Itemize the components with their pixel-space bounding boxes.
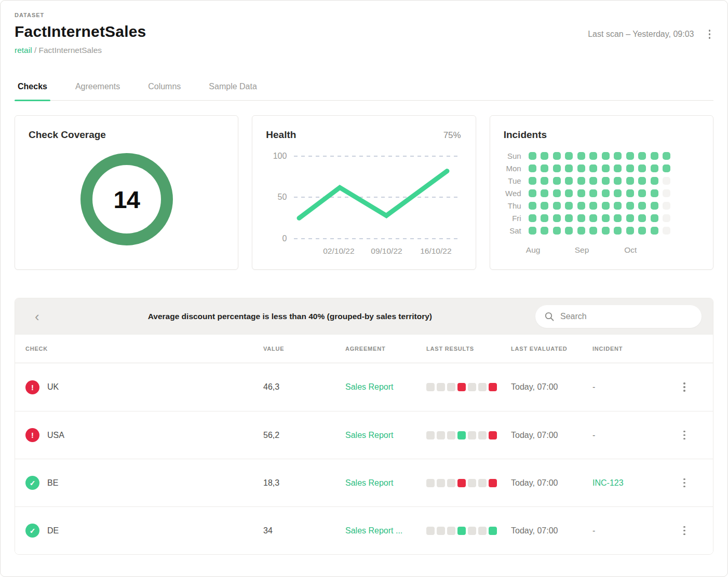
incident-dot bbox=[553, 189, 561, 197]
incident-value: - bbox=[592, 526, 595, 535]
result-square-gray bbox=[426, 383, 435, 391]
status-error-icon: ! bbox=[25, 428, 39, 442]
table-row[interactable]: !UK46,3Sales ReportToday, 07:00- bbox=[15, 363, 713, 411]
last-evaluated-value: Today, 07:00 bbox=[511, 382, 558, 392]
tab-checks[interactable]: Checks bbox=[15, 82, 50, 100]
search-icon bbox=[545, 312, 554, 321]
result-squares bbox=[426, 479, 497, 487]
result-square-red bbox=[489, 479, 497, 487]
column-header-last-evaluated: LAST EVALUATED bbox=[502, 346, 583, 352]
tab-columns[interactable]: Columns bbox=[145, 82, 184, 100]
incident-dot bbox=[541, 152, 548, 160]
result-square-green bbox=[457, 431, 466, 439]
incident-dot bbox=[614, 227, 622, 235]
check-coverage-title: Check Coverage bbox=[29, 129, 106, 141]
row-menu-button[interactable] bbox=[680, 523, 689, 539]
incident-day-label: Tue bbox=[490, 177, 521, 185]
incident-dot bbox=[651, 177, 658, 185]
breadcrumb-link-retail[interactable]: retail bbox=[15, 46, 32, 54]
agreement-link[interactable]: Sales Report bbox=[345, 478, 394, 488]
kebab-icon bbox=[683, 382, 685, 384]
incident-dot bbox=[541, 164, 548, 172]
agreement-link[interactable]: Sales Report bbox=[345, 431, 394, 440]
search-input[interactable] bbox=[535, 305, 702, 328]
header-actions: Last scan – Yesterday, 09:03 bbox=[588, 26, 713, 42]
incident-day-label: Mon bbox=[490, 164, 521, 172]
header-menu-button[interactable] bbox=[706, 26, 714, 42]
incident-dot bbox=[529, 189, 536, 197]
incident-dot bbox=[602, 189, 610, 197]
result-square-gray bbox=[468, 527, 476, 535]
incident-dot bbox=[565, 177, 573, 185]
incident-dot bbox=[541, 227, 548, 235]
coverage-count: 14 bbox=[114, 185, 140, 214]
tab-agreements[interactable]: Agreements bbox=[72, 82, 123, 100]
incident-dot bbox=[663, 152, 670, 160]
incident-dot bbox=[529, 164, 536, 172]
incident-dot bbox=[651, 152, 658, 160]
breadcrumb-separator: / bbox=[32, 46, 39, 54]
check-name: USA bbox=[47, 431, 64, 440]
incident-dot bbox=[541, 189, 548, 197]
check-cell: ✓BE bbox=[15, 476, 254, 490]
row-menu-cell bbox=[656, 475, 713, 491]
incident-dot bbox=[541, 177, 548, 185]
incident-dot bbox=[553, 164, 561, 172]
incident-day-label: Thu bbox=[490, 202, 521, 210]
health-card: Health 75% 100 50 0 02/10/22 09/10/22 16… bbox=[252, 115, 476, 270]
result-square-gray bbox=[426, 527, 435, 535]
check-value: 46,3 bbox=[263, 382, 279, 392]
incident-dot bbox=[577, 152, 585, 160]
row-menu-button[interactable] bbox=[680, 428, 689, 443]
incident-dot bbox=[626, 202, 634, 210]
incident-dot bbox=[589, 177, 597, 185]
status-ok-icon: ✓ bbox=[25, 524, 39, 538]
table-row[interactable]: !USA56,2Sales ReportToday, 07:00- bbox=[15, 411, 713, 459]
incident-dot bbox=[614, 152, 622, 160]
row-menu-button[interactable] bbox=[680, 379, 689, 395]
health-ytick-50: 50 bbox=[266, 193, 287, 202]
result-square-gray bbox=[426, 431, 435, 439]
result-square-red bbox=[457, 383, 466, 391]
status-error-icon: ! bbox=[25, 380, 39, 394]
value-cell: 34 bbox=[254, 526, 336, 535]
tab-sample-data[interactable]: Sample Data bbox=[206, 82, 260, 100]
last-evaluated-value: Today, 07:00 bbox=[511, 526, 558, 535]
incidents-card: Incidents SunMonTueWedThuFriSat AugSepOc… bbox=[490, 115, 713, 270]
health-ytick-0: 0 bbox=[266, 234, 287, 243]
incident-dot bbox=[614, 214, 622, 222]
agreement-link[interactable]: Sales Report ... bbox=[345, 526, 402, 535]
incident-dot bbox=[565, 202, 573, 210]
incident-dot bbox=[638, 227, 646, 235]
check-name: BE bbox=[47, 478, 58, 488]
agreement-link[interactable]: Sales Report bbox=[345, 382, 394, 392]
result-square-green bbox=[489, 527, 497, 535]
column-header-incident: INCIDENT bbox=[583, 346, 656, 352]
agreement-cell: Sales Report bbox=[336, 478, 417, 488]
incident-dot bbox=[589, 202, 597, 210]
result-squares bbox=[426, 527, 497, 535]
incident-month-label: Aug bbox=[526, 245, 541, 255]
result-square-gray bbox=[478, 527, 487, 535]
incident-dot bbox=[638, 189, 646, 197]
result-square-gray bbox=[447, 527, 455, 535]
incident-dot bbox=[626, 177, 634, 185]
last-results-cell bbox=[417, 383, 502, 391]
row-menu-button[interactable] bbox=[680, 475, 689, 491]
check-name: DE bbox=[47, 526, 59, 535]
column-header-value: VALUE bbox=[254, 346, 336, 352]
incident-dot bbox=[565, 164, 573, 172]
app-window: DATASET FactInternetSales retail / FactI… bbox=[0, 0, 728, 577]
row-menu-cell bbox=[656, 379, 713, 395]
incidents-week-row: Sun bbox=[490, 152, 713, 160]
incident-dot bbox=[663, 227, 670, 235]
incident-dot bbox=[602, 202, 610, 210]
table-row[interactable]: ✓DE34Sales Report ...Today, 07:00- bbox=[15, 506, 713, 554]
incident-dot bbox=[589, 189, 597, 197]
back-button[interactable]: ‹ bbox=[30, 308, 45, 325]
incident-dot bbox=[589, 164, 597, 172]
last-evaluated-value: Today, 07:00 bbox=[511, 431, 558, 440]
incident-link[interactable]: INC-123 bbox=[592, 478, 624, 488]
table-row[interactable]: ✓BE18,3Sales ReportToday, 07:00INC-123 bbox=[15, 459, 713, 506]
health-title: Health bbox=[266, 129, 296, 141]
